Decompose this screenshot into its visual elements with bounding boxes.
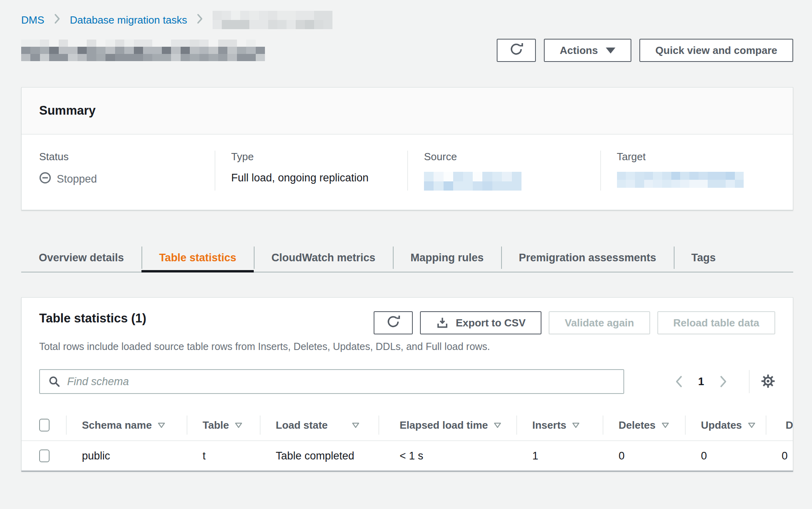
sort-triangle-icon[interactable] [748, 422, 756, 428]
cell-inserts: 1 [516, 450, 603, 462]
sort-triangle-icon[interactable] [494, 422, 502, 428]
summary-grid: Status Stopped Type Full load, ongoing r… [22, 135, 793, 210]
summary-status-column: Status Stopped [22, 151, 215, 191]
magnifier-icon [48, 375, 61, 390]
tab-overview-details[interactable]: Overview details [21, 244, 141, 272]
column-header-ddls[interactable]: DDLs [766, 410, 793, 440]
cell-deletes: 0 [603, 450, 685, 462]
schema-search [39, 369, 624, 394]
table-statistics-panel: Table statistics (1) [21, 297, 793, 471]
previous-page-button[interactable] [673, 374, 685, 389]
sort-triangle-icon[interactable] [352, 422, 360, 428]
sort-triangle-icon[interactable] [157, 422, 165, 428]
column-header-schema-name[interactable]: Schema name [66, 410, 187, 440]
gear-icon [761, 374, 775, 390]
status-label: Status [39, 151, 215, 163]
download-tray-icon [436, 316, 449, 329]
breadcrumb-link-migration-tasks[interactable]: Database migration tasks [70, 14, 187, 26]
reload-table-data-label: Reload table data [673, 317, 759, 329]
status-value: Stopped [39, 172, 215, 187]
table-statistics-actions: Export to CSV Validate again Reload tabl… [374, 311, 775, 334]
breadcrumb-link-dms[interactable]: DMS [21, 14, 44, 26]
sort-triangle-icon[interactable] [235, 422, 243, 428]
table-statistics-title: Table statistics (1) [39, 311, 146, 326]
pagination: 1 [667, 370, 775, 393]
source-label: Source [424, 151, 600, 163]
chevron-right-icon [197, 14, 203, 27]
target-value-redacted [617, 172, 744, 188]
summary-title: Summary [39, 103, 96, 118]
filter-row: 1 [39, 369, 775, 394]
actions-button-label: Actions [560, 44, 598, 57]
column-header-inserts[interactable]: Inserts [516, 410, 603, 440]
cell-load-state: Table completed [260, 450, 378, 462]
summary-panel-header: Summary [22, 87, 793, 135]
breadcrumb: DMS Database migration tasks [21, 12, 793, 28]
refresh-icon [386, 315, 400, 331]
sort-triangle-icon[interactable] [572, 422, 580, 428]
row-checkbox[interactable] [39, 449, 50, 462]
validate-again-button[interactable]: Validate again [549, 311, 650, 334]
column-header-elapsed-load-time[interactable]: Elapsed load time [378, 410, 516, 440]
tab-table-statistics[interactable]: Table statistics [141, 244, 254, 272]
page-header: Actions Quick view and compare [21, 38, 793, 63]
type-label: Type [231, 151, 408, 163]
column-header-deletes[interactable]: Deletes [603, 410, 685, 440]
cell-ddls: 0 [766, 450, 793, 462]
table-statistics-table: Schema name Table Load state Elapsed loa… [22, 410, 793, 471]
source-value-redacted [424, 172, 521, 191]
actions-button[interactable]: Actions [544, 39, 631, 62]
type-value: Full load, ongoing replication [231, 172, 408, 184]
column-header-updates[interactable]: Updates [685, 410, 766, 440]
reload-table-data-button[interactable]: Reload table data [657, 311, 775, 334]
cell-schema-name: public [66, 450, 187, 462]
dms-task-page: DMS Database migration tasks Actions [0, 0, 812, 471]
cell-updates: 0 [685, 450, 766, 462]
minus-circle-icon [39, 172, 51, 187]
refresh-icon [509, 42, 523, 59]
validate-again-label: Validate again [565, 317, 634, 329]
tab-premigration-assessments[interactable]: Premigration assessments [501, 244, 674, 272]
summary-source-column: Source [407, 151, 600, 191]
summary-target-column: Target [600, 151, 793, 191]
table-statistics-header: Table statistics (1) [22, 311, 793, 334]
column-header-table[interactable]: Table [187, 410, 260, 440]
quick-view-compare-label: Quick view and compare [655, 44, 777, 57]
settings-gear-button[interactable] [761, 374, 775, 390]
breadcrumb-task-name-redacted [213, 11, 332, 29]
status-text: Stopped [57, 173, 97, 185]
table-statistics-description: Total rows include loaded source table r… [39, 341, 775, 352]
column-header-load-state[interactable]: Load state [260, 410, 378, 440]
chevron-right-icon [54, 14, 60, 27]
target-label: Target [617, 151, 793, 163]
refresh-button[interactable] [497, 39, 536, 62]
sort-triangle-icon[interactable] [661, 422, 669, 428]
export-csv-label: Export to CSV [456, 317, 526, 329]
summary-type-column: Type Full load, ongoing replication [215, 151, 408, 191]
table-header-row: Schema name Table Load state Elapsed loa… [22, 410, 793, 441]
task-tabs: Overview details Table statistics CloudW… [21, 244, 793, 272]
export-csv-button[interactable]: Export to CSV [420, 311, 542, 334]
tab-cloudwatch-metrics[interactable]: CloudWatch metrics [254, 244, 393, 272]
row-select-cell [22, 441, 66, 471]
page-title-redacted [21, 40, 265, 61]
summary-panel: Summary Status Stopped Type Full load, [21, 87, 793, 210]
pagination-divider [749, 370, 750, 393]
table-refresh-button[interactable] [374, 311, 413, 334]
tab-mapping-rules[interactable]: Mapping rules [393, 244, 501, 272]
find-schema-input[interactable] [39, 369, 624, 394]
cell-elapsed-load-time: < 1 s [378, 450, 516, 462]
header-actions: Actions Quick view and compare [497, 39, 793, 62]
quick-view-compare-button[interactable]: Quick view and compare [639, 39, 793, 62]
cell-table: t [187, 450, 260, 462]
caret-down-icon [606, 48, 615, 54]
tab-tags[interactable]: Tags [674, 244, 733, 272]
next-page-button[interactable] [718, 374, 729, 389]
current-page-number: 1 [698, 376, 704, 388]
select-all-cell [22, 410, 66, 440]
table-row: public t Table completed < 1 s 1 0 0 0 [22, 441, 793, 471]
select-all-checkbox[interactable] [39, 419, 50, 431]
